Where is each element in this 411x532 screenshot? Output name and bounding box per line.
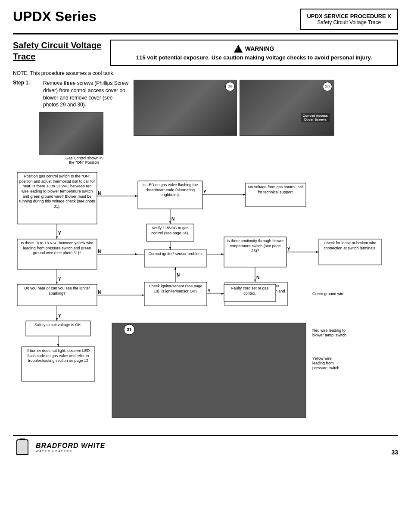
step1-label: Step 1. — [13, 80, 39, 109]
svg-text:Y: Y — [58, 277, 61, 282]
flowchart-svg: Position gas control switch to the "ON" … — [13, 168, 398, 422]
photo-gas-control — [39, 112, 103, 155]
photo30-wrapper: 30 Control AccessCover Screws — [240, 80, 334, 136]
svg-text:Y: Y — [208, 289, 211, 293]
photo29-badge: 29 — [225, 82, 235, 91]
svg-rect-42 — [112, 323, 306, 418]
main-title: UPDX Series — [13, 9, 97, 25]
photo30-badge: 30 — [323, 82, 332, 91]
svg-text:N: N — [98, 249, 101, 254]
page-number: 33 — [391, 449, 398, 456]
svg-text:N: N — [171, 217, 174, 221]
svg-text:blower temp. switch: blower temp. switch — [312, 333, 346, 337]
control-access-label: Control AccessCover Screws — [301, 113, 330, 122]
step1-text: Remove three screws (Phillips Screw driv… — [43, 80, 129, 109]
svg-text:leading from: leading from — [312, 361, 334, 365]
svg-text:Y: Y — [287, 247, 290, 252]
header-area: UPDX Series UPDX SERVICE PROCEDURE X Saf… — [13, 9, 398, 30]
svg-text:Y: Y — [203, 190, 206, 194]
svg-text:N: N — [256, 275, 259, 280]
warning-label: WARNING — [245, 45, 274, 52]
footer-logo: BRADFORD WHITE WATER HEATERS — [13, 439, 106, 456]
warning-text: 115 volt potential exposure. Use caution… — [118, 54, 390, 61]
warning-triangle-icon — [234, 45, 243, 53]
photo29-wrapper: 29 — [134, 80, 237, 136]
svg-text:Red wire leading to: Red wire leading to — [312, 328, 346, 333]
page-wrapper: UPDX Series UPDX SERVICE PROCEDURE X Saf… — [0, 0, 411, 532]
svg-text:Y: Y — [58, 231, 61, 236]
svg-text:Y: Y — [58, 314, 61, 318]
photo30: 30 Control AccessCover Screws — [240, 80, 334, 136]
svg-text:pressure switch: pressure switch — [312, 366, 339, 370]
svg-text:N: N — [177, 273, 180, 277]
svg-text:Yellow wire: Yellow wire — [312, 356, 332, 361]
photo-gas-control-caption: Gas Control shown inthe "ON" Position — [39, 156, 129, 165]
photo29: 29 — [134, 80, 237, 136]
warning-box: WARNING 115 volt potential exposure. Use… — [110, 40, 398, 66]
logo-icon — [13, 439, 32, 456]
section-header: Safety Circuit Voltage Trace WARNING 115… — [13, 40, 398, 66]
svg-text:N: N — [98, 191, 101, 196]
svg-text:Green ground wire: Green ground wire — [312, 292, 345, 296]
logo-sub: WATER HEATERS — [36, 450, 106, 453]
service-subtitle: Safety Circuit Voltage Trace — [307, 19, 391, 25]
flowchart-area: Position gas control switch to the "ON" … — [13, 168, 398, 426]
footer: BRADFORD WHITE WATER HEATERS 33 — [13, 435, 398, 456]
service-box: UPDX SERVICE PROCEDURE X Safety Circuit … — [300, 9, 398, 30]
logo-brand-name: BRADFORD WHITE — [36, 442, 106, 450]
step1-area: Step 1. Remove three screws (Phillips Sc… — [13, 80, 129, 109]
warning-title: WARNING — [118, 45, 390, 53]
service-procedure-label: UPDX SERVICE PROCEDURE X — [307, 13, 391, 19]
header-divider — [13, 33, 398, 34]
svg-text:N: N — [98, 290, 101, 295]
photos-29-30: 29 30 Control AccessCover Screws — [134, 80, 398, 136]
note-text: NOTE: This procedure assumes a cool tank… — [13, 70, 398, 76]
svg-text:31: 31 — [127, 327, 132, 332]
photo-gas-control-wrapper: Gas Control shown inthe "ON" Position — [39, 112, 129, 165]
section-title: Safety Circuit Voltage Trace — [13, 40, 101, 62]
